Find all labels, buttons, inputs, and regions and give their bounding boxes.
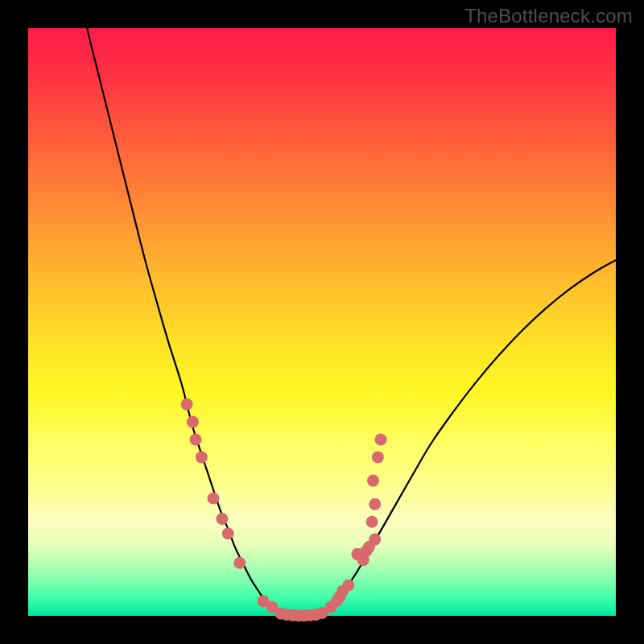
chart-frame: TheBottleneck.com [0,0,644,644]
data-point [181,398,193,411]
data-point [375,434,387,446]
data-point [233,557,246,569]
data-point [207,493,219,505]
scatter-dots [181,398,387,621]
watermark-label: TheBottleneck.com [464,5,633,27]
data-point [369,534,381,546]
data-point [190,434,202,446]
data-point [196,451,208,463]
data-point [216,513,228,525]
plot-area [28,28,616,616]
data-point [187,416,199,428]
bottleneck-curve [87,28,616,616]
curve-svg [28,28,616,616]
data-point [366,516,378,528]
data-point [222,527,234,539]
data-point [342,580,354,592]
data-point [367,475,379,487]
data-point [372,451,384,463]
data-point [369,498,381,510]
